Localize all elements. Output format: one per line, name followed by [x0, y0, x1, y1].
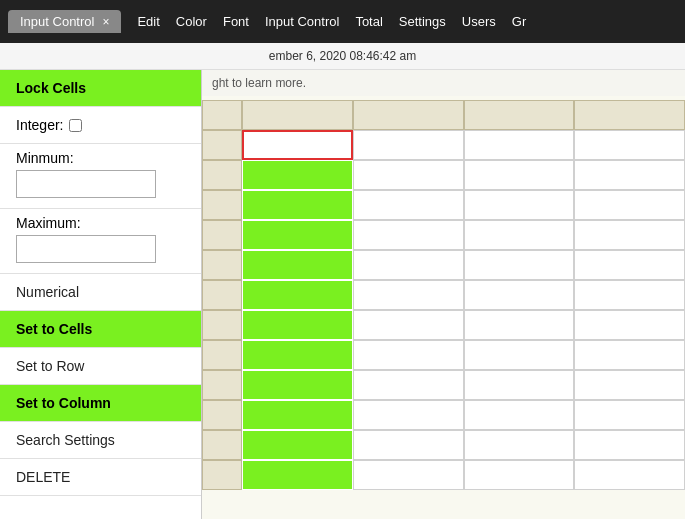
- cell-r3-c0: [202, 190, 242, 220]
- menu-item-total[interactable]: Total: [355, 14, 382, 29]
- cell-r11-c3[interactable]: [464, 430, 575, 460]
- cell-r3-c1[interactable]: [242, 190, 353, 220]
- cell-r3-c3[interactable]: [464, 190, 575, 220]
- cell-r11-c0: [202, 430, 242, 460]
- cell-r4-c4[interactable]: [574, 220, 685, 250]
- cell-r2-c4[interactable]: [574, 160, 685, 190]
- cell-r2-c2[interactable]: [353, 160, 464, 190]
- cell-r12-c3[interactable]: [464, 460, 575, 490]
- cell-r4-c1[interactable]: [242, 220, 353, 250]
- cell-r8-c4[interactable]: [574, 340, 685, 370]
- cell-r10-c0: [202, 400, 242, 430]
- sidebar-item-lock-cells[interactable]: Lock Cells: [0, 70, 201, 107]
- close-icon[interactable]: ×: [102, 15, 109, 29]
- cell-r6-c2[interactable]: [353, 280, 464, 310]
- cell-r1-c3[interactable]: [464, 130, 575, 160]
- grid: [202, 100, 685, 490]
- cell-r10-c1[interactable]: [242, 400, 353, 430]
- cell-r3-c2[interactable]: [353, 190, 464, 220]
- cell-r2-c1[interactable]: [242, 160, 353, 190]
- cell-r9-c4[interactable]: [574, 370, 685, 400]
- sidebar: Lock Cells Integer: Minmum: Maximum: Num…: [0, 70, 202, 519]
- sidebar-item-maximum: Maximum:: [0, 209, 201, 274]
- sidebar-item-set-to-row[interactable]: Set to Row: [0, 348, 201, 385]
- cell-r12-c1[interactable]: [242, 460, 353, 490]
- sidebar-item-numerical[interactable]: Numerical: [0, 274, 201, 311]
- menu-item-edit[interactable]: Edit: [137, 14, 159, 29]
- cell-r10-c3[interactable]: [464, 400, 575, 430]
- date-text: ember 6, 2020 08:46:42 am: [269, 49, 416, 63]
- cell-r1-c4[interactable]: [574, 130, 685, 160]
- cell-r0-c1: [242, 100, 353, 130]
- cell-r4-c0: [202, 220, 242, 250]
- cell-r10-c4[interactable]: [574, 400, 685, 430]
- cell-r0-c3: [464, 100, 575, 130]
- cell-r6-c4[interactable]: [574, 280, 685, 310]
- integer-label: Integer:: [16, 117, 63, 133]
- sidebar-item-minimum: Minmum:: [0, 144, 201, 209]
- cell-r6-c0: [202, 280, 242, 310]
- sidebar-item-integer: Integer:: [0, 107, 201, 144]
- cell-r3-c4[interactable]: [574, 190, 685, 220]
- content-area: ght to learn more.: [202, 70, 685, 519]
- maximum-input[interactable]: [16, 235, 156, 263]
- integer-checkbox[interactable]: [69, 119, 82, 132]
- cell-r9-c0: [202, 370, 242, 400]
- cell-r10-c2[interactable]: [353, 400, 464, 430]
- cell-r11-c4[interactable]: [574, 430, 685, 460]
- cell-r12-c0: [202, 460, 242, 490]
- sidebar-item-set-to-column[interactable]: Set to Column: [0, 385, 201, 422]
- main-area: Lock Cells Integer: Minmum: Maximum: Num…: [0, 70, 685, 519]
- cell-r12-c2[interactable]: [353, 460, 464, 490]
- spreadsheet: [202, 100, 685, 519]
- cell-r1-c2[interactable]: [353, 130, 464, 160]
- minimum-label: Minmum:: [16, 150, 185, 166]
- cell-r9-c1[interactable]: [242, 370, 353, 400]
- menu-item-settings[interactable]: Settings: [399, 14, 446, 29]
- cell-r0-c2: [353, 100, 464, 130]
- menu-items: Edit Color Font Input Control Total Sett…: [137, 14, 677, 29]
- cell-r7-c0: [202, 310, 242, 340]
- cell-r7-c3[interactable]: [464, 310, 575, 340]
- cell-r12-c4[interactable]: [574, 460, 685, 490]
- info-text: ght to learn more.: [202, 70, 685, 96]
- menu-item-font[interactable]: Font: [223, 14, 249, 29]
- cell-r6-c1[interactable]: [242, 280, 353, 310]
- sidebar-item-delete[interactable]: DELETE: [0, 459, 201, 496]
- datebar: ember 6, 2020 08:46:42 am: [0, 43, 685, 70]
- cell-r7-c1[interactable]: [242, 310, 353, 340]
- menubar: Input Control × Edit Color Font Input Co…: [0, 0, 685, 43]
- cell-r6-c3[interactable]: [464, 280, 575, 310]
- minimum-input[interactable]: [16, 170, 156, 198]
- cell-r9-c2[interactable]: [353, 370, 464, 400]
- cell-r5-c2[interactable]: [353, 250, 464, 280]
- cell-r1-c0: [202, 130, 242, 160]
- cell-r4-c2[interactable]: [353, 220, 464, 250]
- cell-r5-c1[interactable]: [242, 250, 353, 280]
- cell-r9-c3[interactable]: [464, 370, 575, 400]
- menu-item-color[interactable]: Color: [176, 14, 207, 29]
- cell-r5-c0: [202, 250, 242, 280]
- maximum-label: Maximum:: [16, 215, 185, 231]
- cell-r7-c4[interactable]: [574, 310, 685, 340]
- cell-r11-c1[interactable]: [242, 430, 353, 460]
- cell-r8-c2[interactable]: [353, 340, 464, 370]
- tab-input-control[interactable]: Input Control ×: [8, 10, 121, 33]
- cell-r8-c3[interactable]: [464, 340, 575, 370]
- tab-label: Input Control: [20, 14, 94, 29]
- cell-r8-c0: [202, 340, 242, 370]
- sidebar-item-search-settings[interactable]: Search Settings: [0, 422, 201, 459]
- cell-r7-c2[interactable]: [353, 310, 464, 340]
- menu-item-gr[interactable]: Gr: [512, 14, 526, 29]
- cell-r1-c1[interactable]: [242, 130, 353, 160]
- cell-r11-c2[interactable]: [353, 430, 464, 460]
- cell-r4-c3[interactable]: [464, 220, 575, 250]
- cell-r0-c4: [574, 100, 685, 130]
- cell-r5-c4[interactable]: [574, 250, 685, 280]
- sidebar-item-set-to-cells[interactable]: Set to Cells: [0, 311, 201, 348]
- cell-r2-c3[interactable]: [464, 160, 575, 190]
- cell-r5-c3[interactable]: [464, 250, 575, 280]
- menu-item-users[interactable]: Users: [462, 14, 496, 29]
- cell-r8-c1[interactable]: [242, 340, 353, 370]
- menu-item-input-control[interactable]: Input Control: [265, 14, 339, 29]
